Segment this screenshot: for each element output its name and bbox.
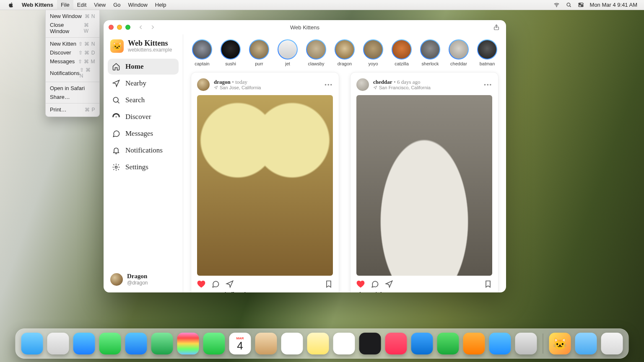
dock-app-messages[interactable] xyxy=(99,333,121,354)
like-button[interactable] xyxy=(356,280,365,288)
post-more-button[interactable]: ••• xyxy=(484,82,492,88)
settings-icon xyxy=(112,163,120,171)
post-username[interactable]: dragon xyxy=(214,79,231,85)
story-jet[interactable]: jet xyxy=(277,39,298,66)
dock-app-contacts[interactable] xyxy=(255,333,277,354)
file-menu-item[interactable]: Open in Safari xyxy=(46,84,99,93)
story-batman[interactable]: batman xyxy=(477,39,498,66)
dock-app-tv[interactable] xyxy=(359,333,381,354)
menu-file[interactable]: File xyxy=(57,0,73,10)
story-avatar xyxy=(335,40,354,59)
sidebar-item-messages[interactable]: Messages xyxy=(108,126,179,142)
sidebar-item-home[interactable]: Home xyxy=(108,59,179,75)
apple-menu[interactable] xyxy=(4,0,18,10)
dock-app-finder[interactable] xyxy=(21,333,43,354)
story-cheddar[interactable]: cheddar xyxy=(448,39,469,66)
story-avatar xyxy=(392,40,411,59)
sidebar-item-discover[interactable]: Discover xyxy=(108,109,179,125)
menu-view[interactable]: View xyxy=(90,0,109,10)
dock-app-calendar[interactable]: MAR4 xyxy=(229,333,251,354)
dock-app-numbers[interactable] xyxy=(437,333,459,354)
dock-app-photos[interactable] xyxy=(177,333,199,354)
story-dragon[interactable]: dragon xyxy=(334,39,355,66)
post-username[interactable]: cheddar xyxy=(373,79,392,85)
post-location[interactable]: San Francisco, California xyxy=(373,85,431,90)
file-menu-item[interactable]: Print…⌘ P xyxy=(46,105,99,114)
sidebar-item-search[interactable]: Search xyxy=(108,92,179,108)
sidebar-item-settings[interactable]: Settings xyxy=(108,159,179,175)
post-avatar[interactable] xyxy=(197,78,210,91)
control-center-icon[interactable] xyxy=(578,2,584,8)
feed: dragon • today San Jose, California ••• … xyxy=(191,72,499,292)
story-ring xyxy=(392,39,412,59)
comment-button[interactable] xyxy=(211,280,220,288)
menu-help[interactable]: Help xyxy=(151,0,170,10)
bookmark-button[interactable] xyxy=(484,280,492,288)
file-menu-item[interactable]: New Kitten⇧ ⌘ N xyxy=(46,39,99,48)
story-catzilla[interactable]: catzilla xyxy=(391,39,412,66)
dock-app-safari[interactable] xyxy=(73,333,95,354)
current-user[interactable]: Dragon @dragon xyxy=(108,270,179,288)
menu-item-shortcut: ⌘ N xyxy=(85,13,96,19)
dock-pinned-web-kittens[interactable]: 🐱 xyxy=(549,333,571,354)
dock-app-app-store[interactable] xyxy=(489,333,511,354)
post-card: dragon • today San Jose, California ••• … xyxy=(191,72,339,292)
dock-app-launchpad[interactable] xyxy=(47,333,69,354)
story-ring xyxy=(278,39,298,59)
file-menu-item[interactable]: Messages⇧ ⌘ M xyxy=(46,57,99,66)
app-menu[interactable]: Web Kittens xyxy=(18,0,57,10)
dock-app-mail[interactable] xyxy=(125,333,147,354)
post-photo[interactable] xyxy=(197,95,333,276)
file-menu-item[interactable]: Discover⇧ ⌘ D xyxy=(46,48,99,57)
post-more-button[interactable]: ••• xyxy=(325,82,333,88)
bookmark-button[interactable] xyxy=(325,280,333,288)
story-username: catzilla xyxy=(395,61,409,66)
menu-window[interactable]: Window xyxy=(125,0,151,10)
file-menu-item[interactable]: New Window⌘ N xyxy=(46,12,99,21)
window-titlebar[interactable]: Web Kittens xyxy=(104,20,506,34)
dock-app-pages[interactable] xyxy=(463,333,485,354)
dock-app-music[interactable] xyxy=(385,333,407,354)
file-menu-item[interactable]: Close Window⌘ W xyxy=(46,21,99,36)
story-sherlock[interactable]: sherlock xyxy=(420,39,441,66)
comment-button[interactable] xyxy=(371,280,379,288)
dock-app-system-settings[interactable] xyxy=(515,333,537,354)
menu-go[interactable]: Go xyxy=(109,0,124,10)
app-logo-icon: 🐱 xyxy=(110,39,124,53)
file-menu-item[interactable]: Notifications⇧ ⌘ N xyxy=(46,66,99,80)
story-captain[interactable]: captain xyxy=(192,39,213,66)
dock-pinned-downloads[interactable] xyxy=(575,333,597,354)
dock-app-freeform[interactable] xyxy=(333,333,355,354)
share-post-button[interactable] xyxy=(385,280,393,288)
story-username: purr xyxy=(255,61,263,66)
dock: MAR4🐱 xyxy=(16,328,629,359)
story-username: dragon xyxy=(338,61,352,66)
menu-item-label: Share… xyxy=(50,94,70,100)
sidebar-item-nearby[interactable]: Nearby xyxy=(108,75,179,91)
dock-app-facetime[interactable] xyxy=(203,333,225,354)
post-caption: Shot on iPhone 15 Pro Max xyxy=(356,291,492,292)
dock-pinned-trash[interactable] xyxy=(601,333,623,354)
sidebar-item-notifications[interactable]: Notifications xyxy=(108,142,179,158)
spotlight-icon[interactable] xyxy=(566,2,572,8)
story-yoyo[interactable]: yoyo xyxy=(363,39,384,66)
dock-app-notes[interactable] xyxy=(307,333,329,354)
file-menu-item[interactable]: Share… xyxy=(46,93,99,101)
sidebar-item-label: Home xyxy=(125,62,143,71)
menubar-clock[interactable]: Mon Mar 4 9:41 AM xyxy=(590,2,637,8)
post-avatar[interactable] xyxy=(356,78,369,91)
post-location[interactable]: San Jose, California xyxy=(214,85,261,90)
nearby-icon xyxy=(112,79,120,88)
dock-app-reminders[interactable] xyxy=(281,333,303,354)
story-purr[interactable]: purr xyxy=(249,39,270,66)
share-post-button[interactable] xyxy=(226,280,234,288)
menu-edit[interactable]: Edit xyxy=(73,0,90,10)
like-button[interactable] xyxy=(197,280,205,288)
story-clawsby[interactable]: clawsby xyxy=(306,39,327,66)
dock-app-keynote[interactable] xyxy=(411,333,433,354)
post-photo[interactable] xyxy=(356,95,492,276)
wifi-icon[interactable] xyxy=(553,2,560,8)
dock-app-maps[interactable] xyxy=(151,333,173,354)
story-avatar xyxy=(307,40,325,59)
story-sushi[interactable]: sushi xyxy=(220,39,241,66)
